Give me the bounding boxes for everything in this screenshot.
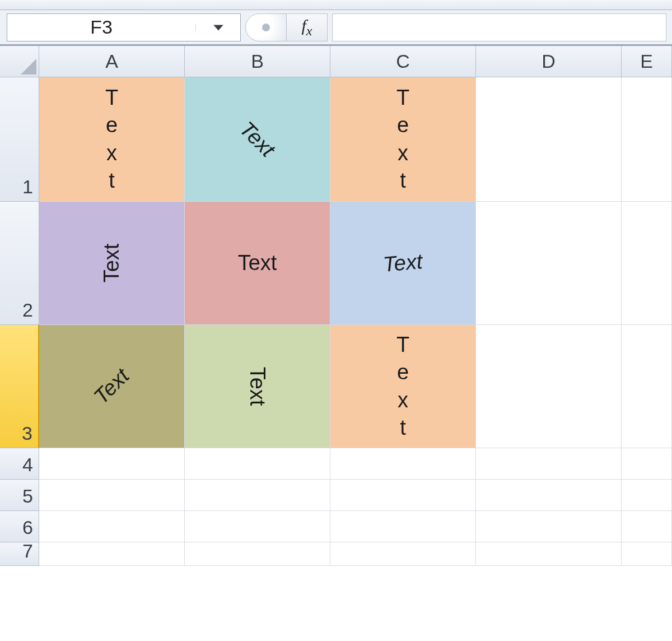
- cell-B6[interactable]: [185, 511, 330, 542]
- fx-label: fx: [302, 16, 312, 39]
- cell-A2[interactable]: Text: [39, 202, 185, 325]
- cell-B7[interactable]: [185, 542, 330, 566]
- cell-C4[interactable]: [330, 448, 476, 480]
- cell-E2[interactable]: [622, 202, 672, 325]
- row-header-1[interactable]: 1: [0, 77, 39, 202]
- cell-D5[interactable]: [476, 480, 622, 511]
- cell-E5[interactable]: [622, 480, 672, 511]
- cell-D7[interactable]: [476, 542, 622, 566]
- row-header-3[interactable]: 3: [0, 325, 39, 448]
- bullet-icon: [262, 24, 270, 31]
- row-header-7[interactable]: 7: [0, 542, 39, 566]
- ribbon-strip: [0, 0, 672, 10]
- cell-E4[interactable]: [622, 448, 672, 480]
- cell-C5[interactable]: [330, 480, 476, 511]
- cell-A3-text: Text: [89, 364, 134, 408]
- cell-A4[interactable]: [39, 448, 185, 480]
- cell-B4[interactable]: [185, 448, 330, 480]
- cell-D6[interactable]: [476, 511, 622, 542]
- col-header-B[interactable]: B: [185, 46, 330, 77]
- cell-E7[interactable]: [622, 542, 672, 566]
- cell-C1-text: Text: [396, 84, 409, 195]
- row-header-2[interactable]: 2: [0, 202, 39, 325]
- cell-B2-text: Text: [238, 251, 277, 275]
- cell-C2-text: Text: [382, 249, 424, 277]
- cell-A7[interactable]: [39, 542, 185, 566]
- cell-B3-text: Text: [245, 367, 269, 406]
- insert-function-button[interactable]: fx: [286, 13, 328, 41]
- cell-B5[interactable]: [185, 480, 330, 511]
- cell-C2[interactable]: Text: [330, 202, 476, 325]
- name-box[interactable]: F3: [7, 13, 241, 41]
- cell-E3[interactable]: [622, 325, 672, 448]
- cell-A2-text: Text: [100, 244, 124, 283]
- col-header-A[interactable]: A: [39, 46, 185, 77]
- cell-D2[interactable]: [476, 202, 622, 325]
- name-box-value: F3: [7, 16, 195, 38]
- cell-A3[interactable]: Text: [39, 325, 185, 448]
- chevron-down-icon: [212, 24, 225, 31]
- cell-B1-text: Text: [235, 117, 279, 161]
- cell-E6[interactable]: [622, 511, 672, 542]
- cell-D4[interactable]: [476, 448, 622, 480]
- row-header-4[interactable]: 4: [0, 448, 39, 480]
- cell-A1-text: Text: [105, 84, 118, 195]
- cell-D1[interactable]: [476, 77, 622, 202]
- cell-C1[interactable]: Text: [330, 77, 476, 202]
- cell-C7[interactable]: [330, 542, 476, 566]
- cell-B2[interactable]: Text: [185, 202, 330, 325]
- formula-input[interactable]: [332, 13, 666, 41]
- cell-C3-text: Text: [396, 331, 409, 442]
- cell-A1[interactable]: Text: [39, 77, 185, 202]
- name-box-dropdown[interactable]: [195, 24, 240, 31]
- cell-B3[interactable]: Text: [185, 325, 330, 448]
- cell-C6[interactable]: [330, 511, 476, 542]
- formula-bar: F3 fx: [0, 10, 672, 45]
- col-header-E[interactable]: E: [622, 46, 672, 77]
- row-header-5[interactable]: 5: [0, 480, 39, 511]
- svg-marker-0: [213, 25, 223, 30]
- select-all-corner[interactable]: [0, 46, 39, 77]
- cell-D3[interactable]: [476, 325, 622, 448]
- fx-controls: fx: [245, 13, 328, 41]
- spreadsheet-grid[interactable]: A B C D E 1 Text Text Text 2 Text Text T…: [0, 45, 672, 566]
- cell-A6[interactable]: [39, 511, 185, 542]
- cell-B1[interactable]: Text: [185, 77, 330, 202]
- col-header-C[interactable]: C: [330, 46, 476, 77]
- col-header-D[interactable]: D: [476, 46, 622, 77]
- cell-A5[interactable]: [39, 480, 185, 511]
- row-header-6[interactable]: 6: [0, 511, 39, 542]
- cell-E1[interactable]: [622, 77, 672, 202]
- cancel-formula-button[interactable]: [245, 13, 287, 41]
- cell-C3[interactable]: Text: [330, 325, 476, 448]
